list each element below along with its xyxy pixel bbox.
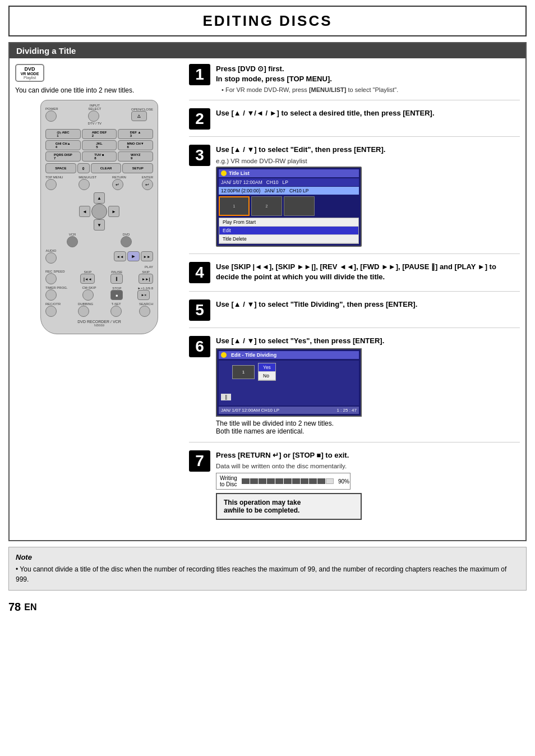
skip-fwd-button[interactable]: ►►| bbox=[139, 274, 153, 284]
step-6-number: 6 bbox=[189, 336, 210, 357]
pause-button[interactable]: ‖ bbox=[110, 274, 123, 284]
btn-5[interactable]: JKL5 bbox=[82, 140, 117, 150]
dubbing-button[interactable] bbox=[78, 306, 89, 317]
step-5-content: Use [▲ / ▼] to select "Title Dividing", … bbox=[216, 299, 520, 321]
note-box: Note • You cannot divide a title of the … bbox=[8, 547, 527, 591]
remote-top-row: POWER INPUTSELECT DTV / TV OPEN/CLOSE △ bbox=[45, 104, 153, 125]
btn-9[interactable]: WXYZ9 bbox=[118, 151, 153, 162]
play-button[interactable]: ► bbox=[127, 251, 140, 261]
btn-6[interactable]: MNO CH▼6 bbox=[118, 140, 153, 150]
tv-icon bbox=[221, 170, 227, 176]
tv-thumb-1: 1 bbox=[219, 196, 250, 216]
progress-bar bbox=[242, 478, 334, 484]
speed-play-button[interactable]: ►× bbox=[137, 290, 150, 300]
dvd-button[interactable] bbox=[121, 236, 132, 247]
dvd-logo-line3: Playlist bbox=[24, 76, 36, 80]
timer-prog-button[interactable] bbox=[45, 289, 57, 301]
space-button[interactable]: SPACE bbox=[45, 163, 76, 173]
progress-seg-6 bbox=[284, 478, 292, 484]
nav-right[interactable]: ► bbox=[108, 206, 119, 217]
tv-row2-selected: 12:00PM (2:00:00) JAN/ 1/07 CH10 LP bbox=[219, 187, 359, 195]
tv-thumbnails: 1 2 bbox=[219, 196, 359, 216]
numpad: @¡ ABC1 ABC DEF2 DEF ▲3 GHI CH▲4 JKL5 MN… bbox=[45, 129, 153, 162]
operation-note-text: This operation may takeawhile to be comp… bbox=[224, 499, 301, 514]
rewind-button[interactable]: ◄◄ bbox=[114, 251, 126, 261]
step-1-bullet: For VR mode DVD-RW, press [MENU/LIST] to… bbox=[222, 86, 520, 93]
stop-button[interactable]: ■ bbox=[110, 290, 123, 300]
operation-note: This operation may takeawhile to be comp… bbox=[216, 493, 362, 520]
remote-device-label: DVD RECORDER / VCR bbox=[45, 320, 153, 324]
btn-7[interactable]: PQRS DISP7 bbox=[45, 151, 81, 162]
progress-seg-4 bbox=[267, 478, 275, 484]
rec-speed-button[interactable] bbox=[45, 273, 57, 284]
btn-4[interactable]: GHI CH▲4 bbox=[45, 140, 81, 150]
nav-left[interactable]: ◄ bbox=[79, 206, 90, 217]
progress-seg-8 bbox=[301, 478, 308, 484]
tv-pause-indicator: ‖ bbox=[221, 394, 231, 400]
tv-menu-play: Play From Start bbox=[219, 218, 358, 227]
nav-down[interactable]: ▼ bbox=[94, 219, 105, 231]
top-menu-button[interactable] bbox=[45, 179, 57, 190]
btn-2[interactable]: ABC DEF2 bbox=[82, 129, 117, 139]
setup-button[interactable]: SETUP bbox=[122, 163, 153, 173]
t-set-button[interactable] bbox=[110, 306, 122, 317]
remote-control: POWER INPUTSELECT DTV / TV OPEN/CLOSE △ bbox=[40, 100, 158, 334]
step-6-title: Use [▲ / ▼] to select "Yes", then press … bbox=[216, 336, 520, 346]
audio-button[interactable] bbox=[45, 252, 57, 264]
tv-div-row1: 1 Yes No bbox=[221, 363, 357, 381]
tv-yes-no: Yes No bbox=[258, 363, 276, 381]
open-close-button[interactable]: △ bbox=[131, 111, 147, 121]
dvd-logo-line1: DVD bbox=[21, 67, 39, 72]
progress-percent: 90% bbox=[338, 478, 349, 485]
step-7-title: Press [RETURN ↵] or [STOP ■] to exit. bbox=[216, 450, 520, 460]
step-6-screen: Edit - Title Dividing 1 Yes No bbox=[216, 348, 362, 417]
vcr-button[interactable] bbox=[67, 236, 78, 247]
return-button[interactable]: ↵ bbox=[112, 179, 123, 190]
enter-button[interactable]: ↩ bbox=[142, 179, 153, 190]
skip-back-button[interactable]: |◄◄ bbox=[80, 274, 95, 284]
tv-div-content: 1 Yes No ‖ bbox=[219, 361, 359, 405]
step-6-after2: Both title names are identical. bbox=[216, 427, 520, 435]
step-7-number: 7 bbox=[189, 450, 210, 472]
main-section: Dividing a Title DVD VR MODE Playlist Yo… bbox=[8, 42, 527, 541]
step-4-number: 4 bbox=[189, 262, 210, 283]
step-6-content: Use [▲ / ▼] to select "Yes", then press … bbox=[216, 336, 520, 435]
fast-forward-button[interactable]: ►► bbox=[141, 251, 153, 261]
cm-skip-button[interactable] bbox=[82, 289, 94, 301]
note-text: • You cannot divide a title of the disc … bbox=[16, 564, 519, 584]
right-column: 1 Press [DVD ⊙] first. In stop mode, pre… bbox=[189, 64, 520, 534]
clear-button[interactable]: CLEAR bbox=[91, 163, 122, 173]
btn-0[interactable]: 0 bbox=[77, 163, 90, 173]
function-row: TOP MENU MENU/LIST RETURN ↵ ENTER bbox=[45, 176, 153, 190]
progress-box: Writing to Disc bbox=[216, 473, 350, 490]
remote-container: POWER INPUTSELECT DTV / TV OPEN/CLOSE △ bbox=[15, 100, 183, 334]
menu-list-button[interactable] bbox=[79, 179, 90, 190]
section-body: DVD VR MODE Playlist You can divide one … bbox=[10, 58, 525, 540]
step-6-after1: The title will be divided into 2 new tit… bbox=[216, 420, 520, 427]
step-5-title: Use [▲ / ▼] to select "Title Dividing", … bbox=[216, 299, 520, 310]
page-language: EN bbox=[24, 602, 36, 612]
remote-model: NB669 bbox=[45, 324, 153, 327]
input-select-button[interactable] bbox=[88, 110, 99, 122]
nav-up[interactable]: ▲ bbox=[94, 192, 105, 204]
step-2-title: Use [▲ / ▼/◄ / ►] to select a desired ti… bbox=[216, 108, 520, 118]
tv-row1: JAN/ 1/07 12:00AM CH10 LP bbox=[219, 178, 359, 186]
tv-div-bottom-right: 1 : 25 : 47 bbox=[336, 408, 357, 413]
btn-8[interactable]: TUV ■8 bbox=[82, 151, 117, 162]
btn-1[interactable]: @¡ ABC1 bbox=[45, 129, 81, 139]
left-column: DVD VR MODE Playlist You can divide one … bbox=[15, 64, 183, 534]
tv-thumb-2: 2 bbox=[251, 196, 282, 216]
rec-otr-button[interactable] bbox=[45, 306, 57, 317]
step-2-content: Use [▲ / ▼/◄ / ►] to select a desired ti… bbox=[216, 108, 520, 130]
progress-seg-2 bbox=[250, 478, 258, 484]
note-title: Note bbox=[16, 553, 519, 561]
progress-seg-10 bbox=[317, 478, 325, 484]
search-button[interactable] bbox=[139, 306, 150, 317]
progress-seg-7 bbox=[292, 478, 300, 484]
step-3-content: Use [▲ / ▼] to select "Edit", then press… bbox=[216, 145, 520, 246]
step-1-title: Press [DVD ⊙] first. In stop mode, press… bbox=[216, 64, 520, 84]
power-button[interactable] bbox=[45, 110, 57, 122]
btn-3[interactable]: DEF ▲3 bbox=[118, 129, 153, 139]
intro-text: You can divide one title into 2 new titl… bbox=[15, 86, 183, 94]
step-5-number: 5 bbox=[189, 299, 210, 321]
